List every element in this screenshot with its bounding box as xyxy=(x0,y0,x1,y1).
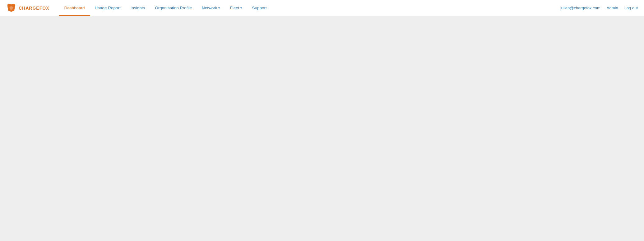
chargefox-fox-icon xyxy=(6,4,16,12)
brand-name: CHARGEFOX xyxy=(19,6,49,11)
nav-item-insights[interactable]: Insights xyxy=(126,0,150,16)
logout-link[interactable]: Log out xyxy=(624,6,638,10)
logo-link[interactable]: CHARGEFOX xyxy=(6,4,49,12)
nav-item-network[interactable]: Network ▾ xyxy=(197,0,225,16)
nav-item-support[interactable]: Support xyxy=(247,0,271,16)
nav-item-organisation-profile[interactable]: Organisation Profile xyxy=(150,0,197,16)
fleet-chevron-down-icon: ▾ xyxy=(240,6,242,10)
admin-link[interactable]: Admin xyxy=(607,6,618,10)
nav-item-usage-report[interactable]: Usage Report xyxy=(90,0,126,16)
main-content xyxy=(0,16,644,241)
main-header: CHARGEFOX Dashboard Usage Report Insight… xyxy=(0,0,644,16)
main-nav: Dashboard Usage Report Insights Organisa… xyxy=(59,0,560,16)
nav-item-dashboard[interactable]: Dashboard xyxy=(59,0,90,16)
network-chevron-down-icon: ▾ xyxy=(218,6,220,10)
header-right-area: julian@chargefox.com Admin Log out xyxy=(560,6,638,10)
nav-item-fleet[interactable]: Fleet ▾ xyxy=(225,0,247,16)
user-email: julian@chargefox.com xyxy=(560,6,600,10)
